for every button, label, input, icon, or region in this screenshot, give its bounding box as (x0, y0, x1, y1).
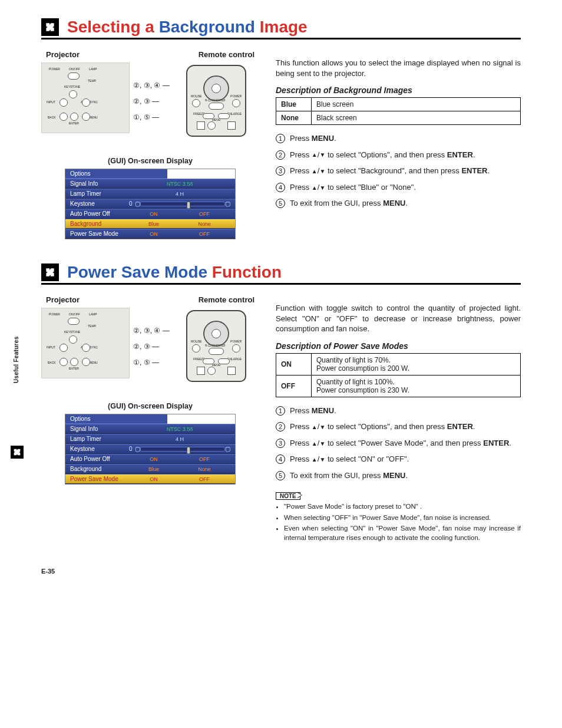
remote-diagram: MOUSE POWER R-CLICK/ENTER FREEZE ENLARGE… (184, 62, 249, 139)
note-item: Even when selecting "ON" in "Power Save … (284, 524, 521, 542)
step-item: 4Press ▲/▼ to select "Blue" or "None". (276, 182, 521, 193)
side-tab-icon (11, 446, 24, 459)
step-item: 3Press ▲/▼ to select "Power Save Mode", … (276, 438, 521, 449)
note-item: When selecting "OFF" in "Power Save Mode… (284, 513, 521, 523)
gui-display-label: (GUI) On-screen Display (41, 157, 259, 165)
section2-intro: Function with toggle switch to control t… (276, 303, 521, 334)
step-item: 5To exit from the GUI, press MENU. (276, 198, 521, 209)
section-title: Power Save Mode Function (67, 263, 282, 282)
notes-list: "Power Save Mode" is factory preset to "… (276, 502, 521, 542)
gui-display-label: (GUI) On-screen Display (41, 402, 259, 410)
projector-diagram: POWER ON/OFF LAMP TEMP. KEYSTONE INPUT A… (41, 308, 130, 378)
step-item: 1Press MENU. (276, 133, 521, 144)
note-item: "Power Save Mode" is factory preset to "… (284, 502, 521, 512)
section-background-image: Selecting a Background Image Projector R… (41, 18, 521, 239)
section1-steps: 1Press MENU.2Press ▲/▼ to select "Option… (276, 133, 521, 209)
section2-desc-title: Description of Power Save Modes (276, 341, 521, 351)
projector-label: Projector (46, 295, 80, 304)
remote-diagram: MOUSE POWER R-CLICK/ENTER FREEZE ENLARGE… (184, 308, 249, 384)
section-icon (41, 18, 59, 36)
remote-label: Remote control (199, 295, 254, 304)
section2-steps: 1Press MENU.2Press ▲/▼ to select "Option… (276, 406, 521, 481)
section-icon (41, 263, 59, 281)
step-item: 5To exit from the GUI, press MENU. (276, 470, 521, 481)
step-item: 4Press ▲/▼ to select "ON" or "OFF". (276, 454, 521, 465)
remote-label: Remote control (199, 50, 254, 59)
step-item: 1Press MENU. (276, 406, 521, 416)
psm-desc-table: ONQuantity of light is 70%. Power consum… (276, 353, 521, 397)
side-tab-label: Useful Features (13, 336, 19, 383)
gui-display-bg: Options Signal InfoNTSC 3.58 Lamp Timer4… (65, 169, 236, 239)
section-title: Selecting a Background Image (67, 18, 308, 37)
gui-display-psm: Options Signal InfoNTSC 3.58 Lamp Timer4… (65, 414, 236, 485)
note-label: NOTE (276, 492, 300, 500)
projector-label: Projector (46, 50, 80, 59)
section1-desc-title: Description of Background Images (276, 85, 521, 95)
step-item: 2Press ▲/▼ to select "Options", and then… (276, 421, 521, 432)
step-item: 3Press ▲/▼ to select "Background", and t… (276, 166, 521, 176)
section1-intro: This function allows you to select the i… (276, 58, 521, 78)
step-callouts: ②, ③, ④ — ②, ③ — ①, ⑤ — (133, 308, 180, 378)
projector-diagram: POWER ON/OFF LAMP TEMP. KEYSTONE INPUT A… (41, 62, 130, 133)
step-callouts: ②, ③, ④ — ②, ③ — ①, ⑤ — (133, 62, 180, 133)
step-item: 2Press ▲/▼ to select "Options", and then… (276, 150, 521, 160)
section-power-save: Power Save Mode Function Projector Remot… (41, 263, 521, 544)
page-number: E-35 (41, 568, 521, 575)
bg-desc-table: BlueBlue screen NoneBlack screen (276, 97, 521, 125)
